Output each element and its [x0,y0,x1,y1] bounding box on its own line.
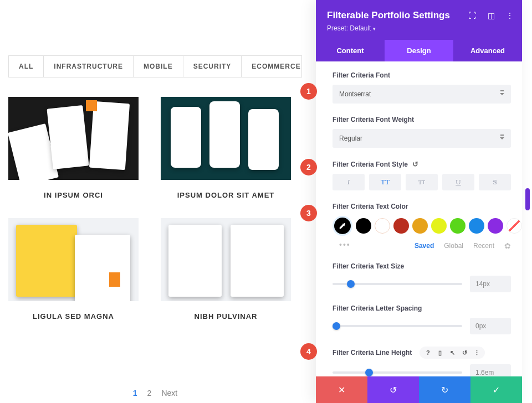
palette-tabs: Saved Global Recent ✿ [332,241,511,250]
panel-tabs: Content Design Advanced [316,40,522,61]
portfolio-title: IN IPSUM ORCI [44,190,103,202]
filter-security[interactable]: SECURITY [183,56,242,77]
portfolio-card[interactable]: IN IPSUM ORCI [8,97,139,202]
label-weight: Filter Criteria Font Weight [332,116,511,123]
portfolio-grid: IN IPSUM ORCI IPSUM DOLOR SIT AMET LIGUL… [0,78,310,323]
label-lineheight-text: Filter Criteria Line Height [332,349,412,356]
field-textcolor: Filter Criteria Text Color ••• Saved Glo… [332,203,511,250]
slider-textsize[interactable] [332,283,462,285]
swatch-blue[interactable] [469,218,484,234]
swatch-yellow[interactable] [431,218,447,234]
label-lineheight: Filter Criteria Line Height ? ▯ ↖ ↺ ⋮ [332,347,511,359]
panel-preset[interactable]: Preset: Default [327,24,511,32]
page-next[interactable]: Next [161,389,177,397]
filter-mobile[interactable]: MOBILE [134,56,183,77]
portfolio-card[interactable]: LIGULA SED MAGNA [8,218,139,323]
page-2[interactable]: 2 [147,389,152,397]
portfolio-card[interactable]: IPSUM DOLOR SIT AMET [161,97,291,202]
swatch-transparent[interactable] [507,218,522,234]
phone-icon[interactable]: ▯ [435,348,445,358]
portfolio-title: IPSUM DOLOR SIT AMET [177,190,275,202]
help-icon[interactable]: ? [423,348,433,358]
field-font: Filter Criteria Font Montserrat [332,71,511,104]
style-buttons: I TT TT U S [332,174,511,190]
palette-saved[interactable]: Saved [415,242,434,250]
value-letterspacing[interactable]: 0px [470,318,511,334]
label-style: Filter Criteria Font Style ↺ [332,160,511,168]
strikethrough-button[interactable]: S [479,174,511,190]
redo-button[interactable]: ↻ [419,376,470,403]
portfolio-thumb [161,97,291,180]
save-button[interactable]: ✓ [470,376,522,403]
undo-button[interactable]: ↺ [367,376,419,403]
panel-body: Filter Criteria Font Montserrat Filter C… [316,61,522,376]
portfolio-thumb [8,218,139,301]
portfolio-thumb [8,97,139,180]
reset-icon[interactable]: ↺ [412,160,418,168]
field-textsize: Filter Criteria Text Size 14px [332,262,511,292]
palette-global[interactable]: Global [444,242,463,250]
select-weight[interactable]: Regular [332,129,511,148]
label-style-text: Filter Criteria Font Style [332,161,408,168]
value-textsize[interactable]: 14px [470,276,511,292]
label-textsize: Filter Criteria Text Size [332,262,511,270]
eyedropper-button[interactable] [332,216,352,236]
lineheight-toolbar: ? ▯ ↖ ↺ ⋮ [420,347,485,359]
smallcaps-button[interactable]: TT [406,174,438,190]
uppercase-button[interactable]: TT [369,174,401,190]
cancel-button[interactable]: ✕ [316,376,367,403]
color-swatches [332,216,511,236]
portfolio-card[interactable]: NIBH PULVINAR [161,218,291,323]
pagination: 1 2 Next [0,389,310,397]
swatch-purple[interactable] [488,218,503,234]
page-1[interactable]: 1 [133,389,137,397]
palette-recent[interactable]: Recent [473,242,494,250]
scroll-indicator[interactable] [525,188,530,210]
filter-infrastructure[interactable]: INFRASTRUCTURE [44,56,134,77]
portfolio-thumb [161,218,291,301]
field-lineheight: Filter Criteria Line Height ? ▯ ↖ ↺ ⋮ 1.… [332,347,511,376]
check-icon: ✓ [493,385,500,395]
slider-lineheight[interactable] [332,371,462,374]
action-bar: ✕ ↺ ↻ ✓ [316,376,522,403]
undo-icon: ↺ [390,385,397,395]
swatch-orange[interactable] [412,218,428,234]
label-font: Filter Criteria Font [332,71,511,79]
portfolio-preview: ALL INFRASTRUCTURE MOBILE SECURITY ECOMM… [0,0,310,403]
reset-icon[interactable]: ↺ [459,348,469,358]
label-letterspacing: Filter Criteria Letter Spacing [332,304,511,312]
more-icon[interactable]: ⋮ [472,348,482,358]
palette-gear-icon[interactable]: ✿ [504,241,511,250]
slider-letterspacing[interactable] [332,325,462,327]
panel-header: Filterable Portfolio Settings Preset: De… [316,0,522,40]
swatch-white[interactable] [375,218,390,234]
filter-bar: ALL INFRASTRUCTURE MOBILE SECURITY ECOMM… [8,55,302,78]
panel-header-icons: ⛶ ◫ ⋮ [468,11,514,20]
hover-icon[interactable]: ↖ [447,348,457,358]
annotation-badge-2: 2 [300,159,317,175]
settings-panel: Filterable Portfolio Settings Preset: De… [316,0,522,403]
portfolio-title: LIGULA SED MAGNA [33,311,114,323]
value-lineheight[interactable]: 1.6em [470,364,511,376]
label-textcolor: Filter Criteria Text Color [332,203,511,210]
select-font[interactable]: Montserrat [332,85,511,104]
annotation-badge-1: 1 [300,83,317,100]
annotation-badge-4: 4 [300,343,317,360]
field-weight: Filter Criteria Font Weight Regular [332,116,511,148]
redo-icon: ↻ [441,385,448,395]
tab-design[interactable]: Design [385,40,453,61]
underline-button[interactable]: U [442,174,474,190]
tab-content[interactable]: Content [316,40,385,61]
expand-icon[interactable]: ⛶ [468,11,477,20]
tab-advanced[interactable]: Advanced [453,40,522,61]
italic-button[interactable]: I [332,174,365,190]
filter-ecommerce[interactable]: ECOMMERCE [242,56,310,77]
field-style: Filter Criteria Font Style ↺ I TT TT U S [332,160,511,190]
field-letterspacing: Filter Criteria Letter Spacing 0px [332,304,511,334]
menu-icon[interactable]: ⋮ [505,11,514,20]
responsive-icon[interactable]: ◫ [487,11,495,20]
swatch-red[interactable] [393,218,409,234]
swatch-black[interactable] [356,218,371,234]
swatch-green[interactable] [450,218,466,234]
filter-all[interactable]: ALL [9,56,44,77]
